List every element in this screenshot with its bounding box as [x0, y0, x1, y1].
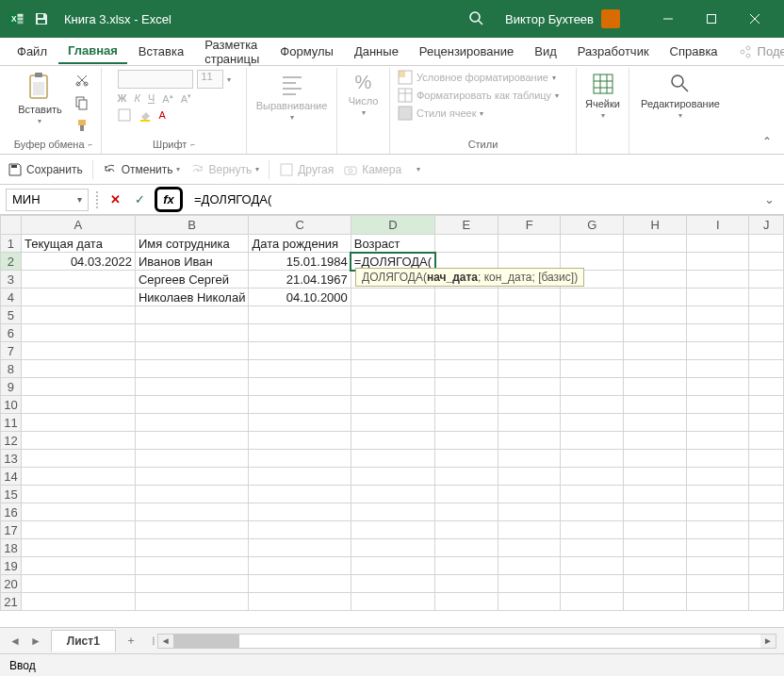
spreadsheet-grid[interactable]: A B C D E F G H I J 1 Текущая дата Имя с… [0, 215, 784, 627]
cell[interactable] [687, 575, 749, 593]
cell[interactable] [351, 450, 434, 468]
save-icon[interactable] [34, 11, 49, 26]
cell[interactable] [249, 450, 351, 468]
row-header-17[interactable]: 17 [1, 521, 22, 539]
col-header-H[interactable]: H [624, 216, 687, 235]
cell[interactable]: Текущая дата [21, 235, 135, 253]
sheet-tab[interactable]: Лист1 [51, 630, 116, 651]
tab-insert[interactable]: Вставка [129, 40, 193, 63]
cell[interactable] [624, 557, 687, 575]
cell[interactable] [498, 450, 561, 468]
row-header-4[interactable]: 4 [1, 289, 22, 306]
cell[interactable] [21, 468, 135, 486]
cell[interactable] [21, 414, 135, 432]
cell[interactable] [624, 342, 687, 360]
border-button[interactable] [118, 108, 131, 122]
row-header-5[interactable]: 5 [1, 306, 22, 324]
cell[interactable] [749, 503, 784, 521]
cell[interactable] [21, 450, 135, 468]
row-header-13[interactable]: 13 [1, 450, 22, 468]
cell[interactable] [435, 557, 498, 575]
cell[interactable] [624, 306, 687, 324]
qat-customize[interactable]: ▾ [416, 165, 420, 173]
cell[interactable] [561, 432, 624, 450]
cells-button[interactable]: Ячейки ▾ [581, 70, 624, 122]
close-button[interactable] [733, 0, 776, 38]
cut-button[interactable] [72, 70, 92, 91]
col-header-F[interactable]: F [498, 216, 561, 235]
cell[interactable] [135, 378, 249, 396]
cell[interactable] [249, 414, 351, 432]
alignment-button[interactable]: Выравнивание ▾ [253, 70, 332, 124]
cell[interactable] [435, 432, 498, 450]
cell[interactable] [249, 486, 351, 503]
save-button[interactable]: Сохранить [8, 162, 83, 177]
cell[interactable] [249, 342, 351, 360]
cell[interactable] [21, 289, 135, 306]
cell[interactable] [249, 324, 351, 342]
cell[interactable] [498, 414, 561, 432]
cell[interactable] [21, 396, 135, 414]
scroll-right-button[interactable]: ► [760, 635, 776, 648]
name-box[interactable]: МИН ▾ [6, 189, 89, 211]
cell[interactable] [135, 468, 249, 486]
cell[interactable] [435, 396, 498, 414]
cell[interactable] [351, 414, 434, 432]
scroll-thumb[interactable] [173, 635, 239, 648]
cell[interactable] [561, 539, 624, 557]
row-header-21[interactable]: 21 [1, 593, 22, 611]
col-header-A[interactable]: A [21, 216, 135, 235]
cell[interactable] [435, 521, 498, 539]
col-header-D[interactable]: D [351, 216, 434, 235]
cell[interactable] [135, 432, 249, 450]
cell[interactable] [435, 450, 498, 468]
cell[interactable] [687, 253, 749, 271]
row-header-2[interactable]: 2 [1, 253, 22, 271]
row-header-7[interactable]: 7 [1, 342, 22, 360]
cell[interactable] [687, 360, 749, 378]
cell[interactable] [624, 253, 687, 271]
cell[interactable] [435, 342, 498, 360]
cell[interactable] [351, 396, 434, 414]
col-header-E[interactable]: E [435, 216, 498, 235]
cell[interactable] [687, 557, 749, 575]
cell[interactable] [21, 575, 135, 593]
cell[interactable] [561, 486, 624, 503]
cell[interactable] [687, 468, 749, 486]
undo-button[interactable]: Отменить▾ [103, 162, 181, 177]
font-grow-button[interactable]: A▴ [162, 92, 172, 105]
cell[interactable] [498, 539, 561, 557]
cell[interactable] [435, 235, 498, 253]
cell[interactable] [749, 271, 784, 289]
cell-styles-button[interactable]: Стили ячеек▾ [398, 106, 483, 121]
cell[interactable] [624, 414, 687, 432]
insert-function-button[interactable]: fx [155, 187, 183, 212]
cell[interactable] [498, 486, 561, 503]
cell[interactable] [351, 486, 434, 503]
cell[interactable] [498, 396, 561, 414]
redo-button[interactable]: Вернуть▾ [189, 162, 259, 177]
cell[interactable] [561, 557, 624, 575]
cell[interactable] [135, 306, 249, 324]
cell[interactable] [249, 360, 351, 378]
cell[interactable] [687, 539, 749, 557]
cell[interactable] [561, 235, 624, 253]
cell[interactable] [624, 486, 687, 503]
cell[interactable] [749, 235, 784, 253]
cell[interactable]: 04.03.2022 [21, 253, 135, 271]
cell[interactable] [135, 342, 249, 360]
cell[interactable] [21, 306, 135, 324]
cell[interactable] [749, 432, 784, 450]
cell[interactable] [351, 306, 434, 324]
cell[interactable] [624, 539, 687, 557]
scroll-left-button[interactable]: ◄ [158, 635, 173, 648]
tab-developer[interactable]: Разработчик [568, 40, 659, 63]
cell[interactable] [435, 324, 498, 342]
cell[interactable] [249, 432, 351, 450]
row-header-6[interactable]: 6 [1, 324, 22, 342]
cell[interactable] [749, 324, 784, 342]
cell[interactable] [624, 432, 687, 450]
cell[interactable] [135, 324, 249, 342]
row-header-3[interactable]: 3 [1, 271, 22, 289]
cell[interactable]: Сергеев Сергей [135, 271, 249, 289]
